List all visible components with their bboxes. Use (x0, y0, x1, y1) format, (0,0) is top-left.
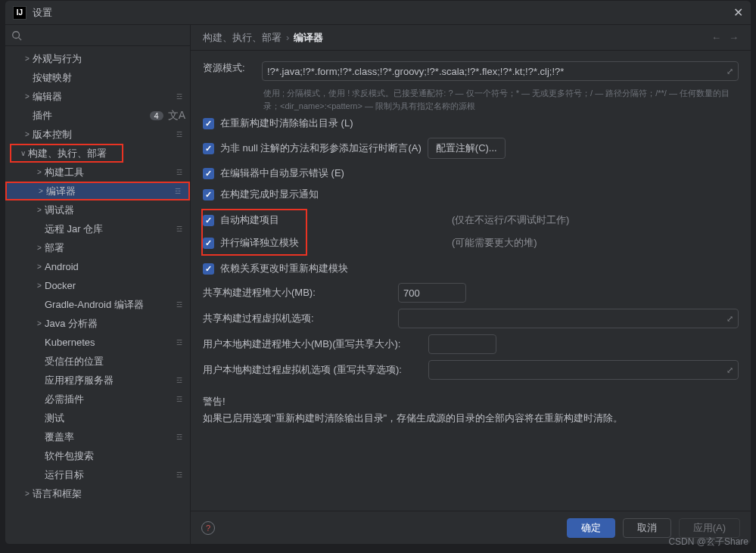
heap-size-label: 共享构建进程堆大小(MB): (203, 286, 392, 300)
tree-item-3[interactable]: 插件4文A (5, 106, 190, 125)
tree-item-label: 部署 (45, 241, 185, 255)
vm-options-input[interactable]: ⤢ (398, 309, 739, 328)
rebuild-deps-label: 依赖关系更改时重新构建模块 (220, 262, 348, 275)
tree-item-22[interactable]: 运行目标☲ (5, 465, 190, 484)
auto-build-checkbox[interactable] (203, 215, 214, 226)
local-heap-input[interactable] (428, 334, 496, 354)
tree-item-15[interactable]: Kubernetes☲ (5, 333, 190, 352)
close-icon[interactable]: ✕ (733, 5, 743, 20)
search-box[interactable] (5, 25, 190, 46)
show-errors-checkbox[interactable] (203, 168, 214, 179)
chevron-icon: > (34, 263, 45, 271)
tree-item-label: 应用程序服务器 (45, 374, 173, 387)
search-input[interactable] (26, 30, 184, 41)
local-vm-label: 用户本地构建过程虚拟机选项 (重写共享选项): (203, 363, 422, 377)
tree-item-16[interactable]: 受信任的位置 (5, 352, 190, 371)
resource-pattern-input[interactable]: !?*.java;!?*.form;!?*.class;!?*.groovy;!… (262, 61, 739, 81)
expand-icon[interactable]: ⤢ (726, 67, 733, 76)
highlighted-checkboxes: 自动构建项目 (仅在不运行/不调试时工作) 并行编译独立模块 (可能需要更大的堆… (201, 209, 307, 256)
project-scope-icon: ☲ (172, 186, 184, 197)
tree-item-7[interactable]: >编译器☲ (5, 182, 190, 200)
project-scope-icon: ☲ (173, 129, 185, 140)
notify-label: 在构建完成时显示通知 (220, 188, 319, 201)
tree-item-label: 覆盖率 (45, 430, 173, 444)
tree-item-20[interactable]: 覆盖率☲ (5, 427, 190, 446)
show-errors-label: 在编辑器中自动显示错误 (E) (220, 166, 344, 180)
warning-body: 如果已启用选项"重新构建时清除输出目录"，存储生成源的目录的全部内容将在重新构建… (203, 412, 739, 425)
null-assert-label: 为非 null 注解的方法和形参添加运行时断言(A) (220, 141, 422, 155)
tree-item-1[interactable]: 按键映射 (5, 68, 190, 87)
tree-item-label: 按键映射 (33, 71, 185, 85)
notify-checkbox[interactable] (203, 189, 214, 200)
apply-button[interactable]: 应用(A) (679, 518, 740, 538)
tree-item-label: 语言和框架 (33, 487, 185, 501)
lang-icon: 文A (168, 109, 185, 123)
tree-item-label: 调试器 (45, 203, 185, 217)
tree-item-label: 编辑器 (33, 90, 173, 104)
tree-item-4[interactable]: >版本控制☲ (5, 125, 190, 144)
cancel-button[interactable]: 取消 (623, 518, 671, 538)
tree-item-18[interactable]: 必需插件☲ (5, 390, 190, 409)
tree-item-10[interactable]: >部署 (5, 238, 190, 257)
tree-item-label: Java 分析器 (45, 317, 185, 331)
project-scope-icon: ☲ (173, 470, 185, 480)
breadcrumb-current: 编译器 (294, 31, 323, 45)
tree-item-label: Kubernetes (45, 337, 173, 348)
settings-tree: >外观与行为按键映射>编辑器☲插件4文A>版本控制☲∨构建、执行、部署>构建工具… (5, 46, 190, 544)
tree-item-label: 软件包搜索 (45, 449, 185, 463)
tree-item-0[interactable]: >外观与行为 (5, 49, 190, 68)
configure-annotations-button[interactable]: 配置注解(C)... (428, 138, 506, 159)
tree-item-label: 编译器 (46, 185, 172, 198)
tree-item-23[interactable]: >语言和框架 (5, 484, 190, 503)
settings-dialog: IJ 设置 ✕ >外观与行为按键映射>编辑器☲插件4文A>版本控制☲∨构建、执行… (5, 0, 751, 545)
tree-item-21[interactable]: 软件包搜索 (5, 446, 190, 465)
help-icon[interactable]: ? (201, 521, 215, 535)
chevron-icon: > (34, 319, 45, 328)
heap-size-input[interactable] (398, 283, 466, 303)
tree-item-19[interactable]: 测试 (5, 409, 190, 427)
back-icon[interactable]: ← (711, 32, 721, 43)
project-scope-icon: ☲ (173, 375, 185, 386)
chevron-icon: > (34, 168, 45, 176)
expand-icon[interactable]: ⤢ (726, 314, 733, 324)
forward-icon[interactable]: → (729, 32, 739, 43)
rebuild-deps-checkbox[interactable] (203, 263, 214, 275)
tree-item-label: 必需插件 (45, 393, 173, 406)
project-scope-icon: ☲ (173, 224, 185, 235)
tree-item-5[interactable]: ∨构建、执行、部署 (10, 144, 123, 163)
clear-output-checkbox[interactable] (203, 118, 214, 129)
project-scope-icon: ☲ (173, 167, 185, 178)
tree-item-17[interactable]: 应用程序服务器☲ (5, 371, 190, 390)
vm-options-label: 共享构建过程虚拟机选项: (203, 312, 392, 325)
titlebar: IJ 设置 ✕ (5, 1, 751, 25)
expand-icon[interactable]: ⤢ (726, 365, 733, 375)
window-title: 设置 (33, 6, 52, 20)
tree-item-label: 远程 Jar 仓库 (45, 222, 173, 236)
auto-build-label: 自动构建项目 (220, 213, 279, 227)
tree-item-13[interactable]: Gradle-Android 编译器☲ (5, 295, 190, 314)
tree-item-6[interactable]: >构建工具☲ (5, 163, 190, 182)
breadcrumb-parent[interactable]: 构建、执行、部署 (203, 31, 282, 45)
ok-button[interactable]: 确定 (567, 518, 615, 538)
footer: ? 确定 取消 应用(A) (191, 511, 751, 544)
warning-title: 警告! (203, 395, 739, 409)
content: 资源模式: !?*.java;!?*.form;!?*.class;!?*.gr… (191, 51, 751, 511)
main-panel: 构建、执行、部署 › 编译器 ← → 资源模式: !?*.java;!?*.fo… (191, 25, 751, 544)
chevron-icon: > (34, 206, 45, 214)
tree-item-label: Android (45, 261, 185, 272)
tree-item-11[interactable]: >Android (5, 257, 190, 276)
tree-item-12[interactable]: >Docker (5, 276, 190, 295)
tree-item-14[interactable]: >Java 分析器 (5, 314, 190, 333)
project-scope-icon: ☲ (173, 394, 185, 405)
local-vm-input[interactable]: ⤢ (428, 360, 739, 380)
chevron-icon: > (22, 54, 33, 63)
chevron-icon: > (36, 187, 46, 195)
null-assert-checkbox[interactable] (203, 143, 214, 154)
chevron-icon: > (34, 281, 45, 290)
tree-item-8[interactable]: >调试器 (5, 200, 190, 219)
chevron-icon: ∨ (17, 149, 28, 157)
parallel-compile-checkbox[interactable] (203, 238, 214, 249)
tree-item-9[interactable]: 远程 Jar 仓库☲ (5, 219, 190, 238)
tree-item-2[interactable]: >编辑器☲ (5, 87, 190, 106)
sidebar: >外观与行为按键映射>编辑器☲插件4文A>版本控制☲∨构建、执行、部署>构建工具… (5, 25, 191, 544)
